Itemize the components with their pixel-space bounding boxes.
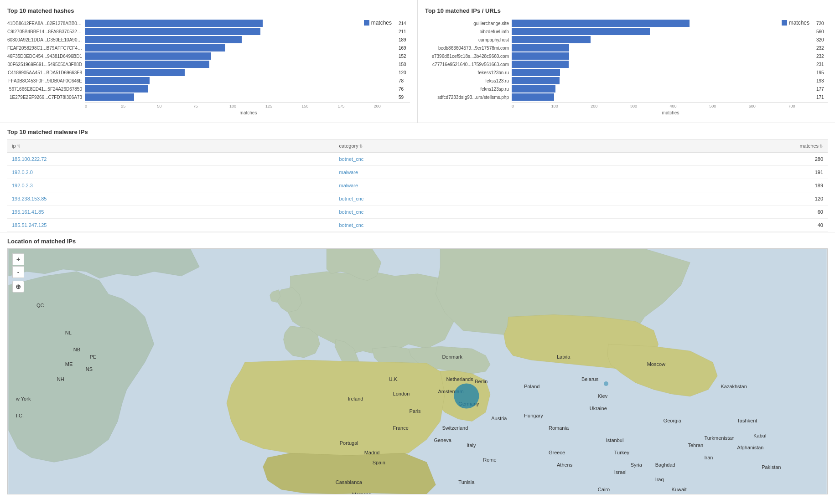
zoom-in-button[interactable]: + [12, 253, 24, 265]
bar-value: 78 [399, 78, 410, 83]
bar-label: c77716e9521640...1759v561663.com [425, 62, 512, 67]
urls-legend-label: matches [789, 20, 809, 26]
ip-cell[interactable]: 192.0.2.3 [7, 179, 335, 192]
bar-track [512, 69, 814, 76]
map-section: Location of matched IPs + - ⊕ [0, 232, 835, 500]
bar-row: guillerchange.site 720 [425, 20, 828, 27]
x-axis: 0100200300400500600700 [512, 103, 828, 108]
bar-fill [512, 28, 650, 35]
bar-value: 232 [816, 54, 828, 59]
ip-cell[interactable]: 185.51.247.125 [7, 219, 335, 232]
bar-track [512, 77, 814, 84]
category-cell: botnet_cnc [335, 192, 585, 206]
bar-track [85, 52, 397, 60]
hashes-legend-box [364, 20, 369, 26]
bar-track [512, 44, 814, 51]
ip-cell[interactable]: 195.161.41.85 [7, 206, 335, 219]
main-container: Top 10 matched hashes 41DB8612FEA8A...82… [0, 0, 835, 504]
bar-row: fekns123sp.ru 177 [425, 85, 828, 93]
matches-cell: 280 [585, 153, 828, 166]
table-header-row: ip⇅ category⇅ matches⇅ [7, 139, 828, 153]
sort-icon-matches[interactable]: ⇅ [819, 144, 823, 149]
bar-value: 189 [399, 37, 410, 42]
table-row: 192.0.2.3 malware 189 [7, 179, 828, 192]
ip-cell[interactable]: 192.0.2.0 [7, 166, 335, 179]
bar-track [512, 28, 814, 35]
bar-fill [512, 36, 591, 43]
bar-value: 152 [399, 54, 410, 59]
bar-value: 59 [399, 95, 410, 100]
bar-row: 46F35D0EDC454...94381D6496BD1 152 [7, 52, 410, 60]
bar-value: 150 [399, 62, 410, 67]
bar-track [85, 28, 397, 35]
x-tick: 0 [85, 103, 121, 108]
bar-value: 120 [399, 70, 410, 75]
bar-track [512, 61, 814, 68]
bar-row: 1E279E2EF9266...C7FD78I306A73 59 [7, 93, 410, 101]
bar-track [85, 44, 397, 51]
bar-fill [85, 20, 263, 27]
col-category: category⇅ [335, 139, 585, 153]
sort-icon-category[interactable]: ⇅ [359, 144, 363, 149]
bar-track [85, 36, 397, 43]
bar-label: 00F6251969E691...5495050A3F88D [7, 62, 85, 67]
locate-button[interactable]: ⊕ [12, 281, 24, 293]
bar-label: 41DB8612FEA8A...82E1278ABB02F [7, 21, 85, 26]
hashes-x-axis-label: matches [87, 110, 410, 115]
bar-track [85, 77, 397, 84]
x-tick: 700 [788, 103, 828, 108]
bar-fill [85, 52, 211, 60]
x-tick: 0 [512, 103, 551, 108]
ip-cell[interactable]: 193.238.153.85 [7, 192, 335, 206]
ip-cell[interactable]: 185.100.222.72 [7, 153, 335, 166]
x-tick: 600 [749, 103, 788, 108]
bar-row: e7396d81cef9c18s...3b428c9660.com 232 [425, 52, 828, 60]
zoom-out-button[interactable]: - [12, 266, 24, 278]
bar-label: FFA0B8C453F0F...9IDB0AF0C646E [7, 78, 85, 83]
bar-row: 00F6251969E691...5495050A3F88D 150 [7, 61, 410, 68]
bar-fill [512, 52, 569, 60]
hashes-chart-wrapper: 41DB8612FEA8A...82E1278ABB02F 214 C9I270… [7, 20, 410, 115]
matches-cell: 40 [585, 219, 828, 232]
x-tick: 200 [374, 103, 410, 108]
bar-track [85, 85, 397, 93]
bar-row: bedb863604579...9er17578mi.com 232 [425, 44, 828, 51]
x-tick: 300 [630, 103, 670, 108]
bar-track [85, 69, 397, 76]
x-tick: 100 [229, 103, 265, 108]
bar-row: FEAF2058298C1...B79AFFC7CF4DF 169 [7, 44, 410, 51]
bar-value: 232 [816, 46, 828, 51]
bar-value: 560 [816, 29, 828, 34]
bar-label: fekss123.ru [425, 78, 512, 83]
urls-chart-panel: Top 10 matched IPs / URLs guillerchange.… [418, 0, 835, 123]
bar-track [512, 85, 814, 93]
x-tick: 175 [338, 103, 374, 108]
col-matches: matches⇅ [585, 139, 828, 153]
malware-tbody: 185.100.222.72 botnet_cnc 280 192.0.2.0 … [7, 153, 828, 232]
sort-icon-ip[interactable]: ⇅ [17, 144, 21, 149]
table-row: 185.100.222.72 botnet_cnc 280 [7, 153, 828, 166]
bar-row: fekss123.ru 193 [425, 77, 828, 84]
hashes-legend-label: matches [371, 20, 392, 26]
matches-cell: 120 [585, 192, 828, 206]
x-tick: 75 [193, 103, 229, 108]
bar-fill [85, 36, 242, 43]
x-tick: 400 [670, 103, 710, 108]
hashes-chart-panel: Top 10 matched hashes 41DB8612FEA8A...82… [0, 0, 418, 123]
table-row: 192.0.2.0 malware 191 [7, 166, 828, 179]
map-container[interactable]: + - ⊕ [7, 248, 828, 494]
matches-cell: 189 [585, 179, 828, 192]
bar-label: 46F35D0EDC454...94381D6496BD1 [7, 54, 85, 59]
urls-bars: guillerchange.site 720 bibzdefuel.info 5… [425, 20, 828, 108]
bar-value: 171 [816, 95, 828, 100]
bar-label: campaphy.host [425, 37, 512, 42]
bar-row: 60300A92E1DDA...D350EE10A90C1 189 [7, 36, 410, 43]
bar-label: fekns123sp.ru [425, 87, 512, 92]
bar-value: 720 [816, 21, 828, 26]
category-cell: malware [335, 166, 585, 179]
bar-row: C4189905AA451...BDA51D69663F8 120 [7, 69, 410, 76]
category-cell: botnet_cnc [335, 219, 585, 232]
bar-fill [512, 44, 569, 51]
bar-row: campaphy.host 320 [425, 36, 828, 43]
hashes-legend: matches [364, 20, 392, 26]
